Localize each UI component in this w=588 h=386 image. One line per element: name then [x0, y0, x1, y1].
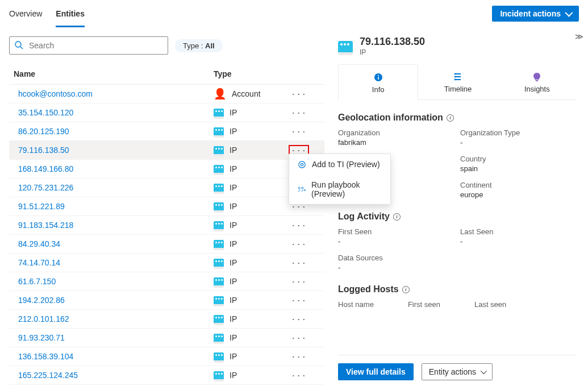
table-row[interactable]: 35.154.150.120IP· · · — [9, 103, 324, 122]
detail-tab-timeline[interactable]: Timeline — [418, 64, 497, 99]
tab-entities-label: Entities — [56, 9, 85, 18]
menu-add-to-ti-label: Add to TI (Preview) — [312, 160, 380, 169]
search-input[interactable] — [28, 40, 163, 51]
chevron-down-icon — [481, 368, 487, 374]
row-more-button[interactable]: · · · — [292, 240, 305, 248]
row-more-button[interactable]: · · · — [292, 259, 305, 267]
insights-icon — [498, 72, 577, 82]
table-row[interactable]: 91.51.221.89IP· · · — [9, 197, 324, 216]
search-input-wrapper[interactable] — [9, 36, 168, 55]
row-more-button[interactable]: · · · — [292, 296, 305, 305]
svg-point-4 — [298, 187, 300, 189]
label-country: Country — [460, 155, 577, 163]
entity-table-body: hcook@contoso.com👤Account· · ·35.154.150… — [9, 85, 324, 385]
type-filter-pill[interactable]: Type : All — [175, 39, 223, 52]
entity-type-label: IP — [230, 371, 237, 380]
timeline-icon — [418, 72, 497, 82]
entity-title: 79.116.138.50 — [360, 36, 425, 47]
table-row[interactable]: hcook@contoso.com👤Account· · · — [9, 85, 324, 103]
entity-link[interactable]: 194.2.202.86 — [14, 296, 65, 305]
svg-point-13 — [454, 76, 456, 78]
entity-link[interactable]: 74.14.70.14 — [14, 258, 60, 267]
detail-tab-info[interactable]: Info — [338, 64, 418, 100]
menu-run-playbook[interactable]: Run playbook (Preview) — [289, 175, 390, 204]
col-header-name[interactable]: Name — [9, 69, 214, 78]
table-row[interactable]: 79.116.138.50IP· · · — [9, 141, 324, 160]
row-more-button[interactable]: · · · — [292, 90, 305, 98]
entity-link[interactable]: 212.0.101.162 — [14, 314, 69, 323]
entity-subtitle: IP — [360, 48, 425, 56]
table-row[interactable]: 91.183.154.218IP· · · — [9, 216, 324, 235]
row-more-button[interactable]: · · · — [292, 221, 305, 230]
row-more-button[interactable]: · · · — [292, 371, 305, 380]
row-more-button[interactable]: · · · — [292, 334, 305, 342]
info-tooltip-icon[interactable]: i — [402, 286, 410, 293]
tab-entities[interactable]: Entities — [56, 0, 85, 27]
detail-tab-insights[interactable]: Insights — [498, 64, 577, 99]
entity-link[interactable]: 35.154.150.120 — [14, 108, 73, 117]
entity-actions-button[interactable]: Entity actions — [422, 363, 493, 380]
entity-link[interactable]: 79.116.138.50 — [14, 146, 69, 155]
account-icon: 👤 — [214, 88, 226, 100]
table-row[interactable]: 212.0.101.162IP· · · — [9, 310, 324, 329]
row-more-button[interactable]: · · · — [292, 352, 305, 361]
ip-icon — [214, 202, 224, 210]
entity-link[interactable]: 91.183.154.218 — [14, 221, 73, 230]
entity-link[interactable]: 136.158.39.104 — [14, 352, 73, 361]
entity-link[interactable]: 84.29.40.34 — [14, 239, 60, 248]
entity-link[interactable]: hcook@contoso.com — [14, 89, 93, 98]
ip-icon — [214, 352, 224, 360]
entity-detail-pane: 79.116.138.50 IP Info Timeline — [327, 27, 588, 386]
svg-point-5 — [302, 187, 303, 189]
entity-link[interactable]: 86.20.125.190 — [14, 127, 69, 136]
entity-link[interactable]: 91.51.221.89 — [14, 202, 65, 211]
entity-link[interactable]: 61.6.7.150 — [14, 277, 56, 286]
col-first-seen: First seen — [408, 300, 440, 309]
view-full-details-button[interactable]: View full details — [338, 363, 414, 380]
info-tooltip-icon[interactable]: i — [393, 213, 401, 221]
chevron-down-icon — [565, 9, 573, 17]
entity-type-label: IP — [230, 221, 237, 230]
tab-overview-label: Overview — [9, 9, 42, 18]
ip-icon — [214, 221, 224, 229]
row-more-button[interactable]: · · · — [292, 109, 305, 117]
svg-point-12 — [454, 73, 456, 75]
ip-icon — [214, 146, 224, 154]
incident-actions-button[interactable]: Incident actions — [492, 6, 579, 22]
table-row[interactable]: 91.93.230.71IP· · · — [9, 329, 324, 347]
col-header-type[interactable]: Type — [214, 69, 287, 78]
table-row[interactable]: 168.149.166.80IP· · · — [9, 160, 324, 179]
ip-icon — [214, 315, 224, 323]
entity-type-label: Account — [232, 89, 261, 98]
section-logged-hosts: Logged Hosts i — [338, 284, 577, 294]
entity-link[interactable]: 120.75.231.226 — [14, 183, 73, 192]
table-row[interactable]: 120.75.231.226IP· · · — [9, 179, 324, 197]
label-last-seen: Last Seen — [460, 227, 577, 236]
row-more-button[interactable]: · · · — [292, 315, 305, 323]
entity-type-label: IP — [230, 314, 237, 323]
entity-link[interactable]: 165.225.124.245 — [14, 371, 78, 380]
tab-overview[interactable]: Overview — [9, 0, 42, 27]
table-row[interactable]: 86.20.125.190IP· · · — [9, 122, 324, 141]
row-more-button[interactable]: · · · — [292, 277, 305, 286]
table-row[interactable]: 165.225.124.245IP· · · — [9, 366, 324, 385]
menu-add-to-ti[interactable]: Add to TI (Preview) — [289, 154, 390, 175]
table-row[interactable]: 74.14.70.14IP· · · — [9, 254, 324, 272]
type-filter-value: All — [205, 41, 215, 50]
table-row[interactable]: 61.6.7.150IP· · · — [9, 272, 324, 291]
info-tooltip-icon[interactable]: i — [447, 114, 454, 122]
row-more-button[interactable]: · · · — [292, 127, 305, 136]
value-data-sources: - — [338, 263, 577, 272]
target-icon — [297, 160, 306, 169]
label-data-sources: Data Sources — [338, 254, 577, 262]
entity-link[interactable]: 168.149.166.80 — [14, 164, 73, 173]
table-row[interactable]: 194.2.202.86IP· · · — [9, 291, 324, 310]
table-row[interactable]: 136.158.39.104IP· · · — [9, 347, 324, 366]
entity-type-label: IP — [230, 296, 237, 305]
entity-type-label: IP — [230, 146, 237, 155]
table-row[interactable]: 84.29.40.34IP· · · — [9, 235, 324, 254]
col-last-seen: Last seen — [474, 300, 506, 309]
entity-link[interactable]: 91.93.230.71 — [14, 333, 65, 342]
section-geolocation: Geolocation information i — [338, 113, 577, 123]
detail-tabs: Info Timeline Insights — [338, 64, 577, 100]
